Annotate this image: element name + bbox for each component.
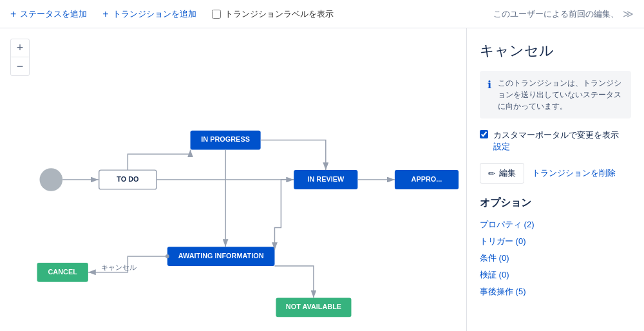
arrow-awaiting-notavailable	[274, 266, 313, 298]
checkbox-label: カスタマーポータルで変更を表示	[493, 130, 619, 140]
awaiting-label: AWAITING INFORMATION	[178, 252, 264, 260]
in-progress-label: IN PROGRESS	[201, 135, 250, 143]
not-available-label: NOT AVAILABLE	[286, 303, 341, 310]
settings-link[interactable]: 設定	[493, 141, 619, 153]
canvas-area[interactable]: + − TO DO IN PROGRESS IN REVIEW APPR	[0, 28, 466, 331]
in-review-label: IN REVIEW	[307, 175, 345, 183]
plus-icon: +	[10, 8, 16, 20]
portal-checkbox[interactable]	[480, 130, 488, 138]
option-post-ops[interactable]: 事後操作 (5)	[480, 283, 631, 300]
add-transition-button[interactable]: + トランジションを追加	[102, 8, 196, 20]
option-conditions[interactable]: 条件 (0)	[480, 250, 631, 267]
option-triggers[interactable]: トリガー (0)	[480, 233, 631, 250]
panel-title: キャンセル	[480, 41, 631, 61]
delete-transition-link[interactable]: トランジションを削除	[532, 167, 616, 179]
options-title: オプション	[480, 196, 631, 210]
toolbar-right: このユーザーによる前回の編集、 ≫	[493, 8, 634, 20]
info-icon: ℹ	[488, 79, 491, 91]
arrow-todo-inprogress	[128, 149, 190, 170]
approved-label: APPRO...	[412, 175, 442, 183]
options-section: オプション プロパティ (2) トリガー (0) 条件 (0) 検証 (0) 事…	[480, 196, 631, 300]
zoom-in-button[interactable]: +	[11, 39, 29, 57]
main-area: + − TO DO IN PROGRESS IN REVIEW APPR	[0, 28, 644, 331]
workflow-diagram: TO DO IN PROGRESS IN REVIEW APPRO... AWA…	[0, 28, 466, 331]
arrow-inreview-awaiting	[274, 180, 294, 250]
option-validation[interactable]: 検証 (0)	[480, 267, 631, 283]
info-text: このトランジションは、トランジションを送り出していないステータスに向かっています…	[498, 77, 623, 112]
initial-node	[39, 168, 62, 191]
show-labels-checkbox[interactable]: トランジションラベルを表示	[212, 8, 334, 20]
cancel-transition-label: キャンセル	[101, 263, 137, 271]
info-box: ℹ このトランジションは、トランジションを送り出していないステータスに向かってい…	[480, 71, 631, 118]
cancel-label: CANCEL	[48, 268, 77, 276]
action-row: ✏ 編集 トランジションを削除	[480, 163, 631, 184]
zoom-out-button[interactable]: −	[11, 57, 29, 75]
zoom-controls: + −	[10, 39, 30, 76]
plus-icon: +	[102, 8, 108, 20]
right-panel: キャンセル ℹ このトランジションは、トランジションを送り出していないステータス…	[466, 28, 644, 331]
junction-dot	[166, 254, 169, 258]
portal-checkbox-row: カスタマーポータルで変更を表示 設定	[480, 129, 631, 153]
collapse-icon[interactable]: ≫	[623, 8, 634, 20]
edit-button[interactable]: ✏ 編集	[480, 163, 524, 184]
todo-label: TO DO	[117, 175, 139, 183]
add-status-button[interactable]: + ステータスを追加	[10, 8, 87, 20]
option-properties[interactable]: プロパティ (2)	[480, 216, 631, 233]
arrow-inprogress-inreview	[261, 140, 326, 171]
pencil-icon: ✏	[488, 169, 495, 178]
toolbar: + ステータスを追加 + トランジションを追加 トランジションラベルを表示 この…	[0, 0, 644, 28]
show-labels-input[interactable]	[212, 10, 221, 19]
